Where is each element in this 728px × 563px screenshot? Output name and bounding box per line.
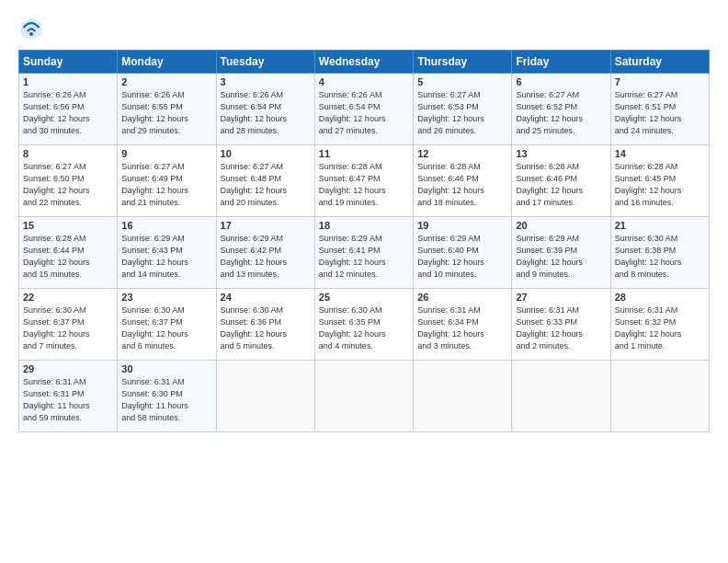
day-info: Sunrise: 6:29 AM Sunset: 6:42 PM Dayligh…	[221, 233, 311, 281]
header	[18, 15, 710, 40]
day-number: 14	[615, 148, 705, 159]
calendar-cell	[610, 361, 709, 432]
day-info: Sunrise: 6:27 AM Sunset: 6:53 PM Dayligh…	[417, 89, 507, 137]
day-info: Sunrise: 6:30 AM Sunset: 6:37 PM Dayligh…	[23, 304, 113, 352]
calendar-cell: 12Sunrise: 6:28 AM Sunset: 6:46 PM Dayli…	[414, 145, 512, 217]
calendar-cell: 11Sunrise: 6:28 AM Sunset: 6:47 PM Dayli…	[314, 145, 413, 217]
calendar-cell: 8Sunrise: 6:27 AM Sunset: 6:50 PM Daylig…	[19, 145, 118, 217]
weekday-header: Saturday	[610, 51, 709, 74]
calendar-cell: 17Sunrise: 6:29 AM Sunset: 6:42 PM Dayli…	[216, 217, 314, 289]
calendar-cell: 10Sunrise: 6:27 AM Sunset: 6:48 PM Dayli…	[216, 145, 314, 217]
day-number: 12	[417, 148, 507, 159]
day-number: 19	[417, 220, 507, 231]
day-number: 4	[319, 76, 409, 87]
calendar-cell: 21Sunrise: 6:30 AM Sunset: 6:38 PM Dayli…	[610, 217, 709, 289]
day-info: Sunrise: 6:27 AM Sunset: 6:52 PM Dayligh…	[516, 89, 606, 137]
day-number: 3	[221, 76, 311, 87]
calendar-cell: 26Sunrise: 6:31 AM Sunset: 6:34 PM Dayli…	[414, 289, 512, 361]
day-info: Sunrise: 6:26 AM Sunset: 6:54 PM Dayligh…	[221, 89, 311, 137]
day-number: 7	[615, 76, 705, 87]
logo	[18, 15, 48, 40]
day-info: Sunrise: 6:29 AM Sunset: 6:40 PM Dayligh…	[417, 233, 507, 281]
day-number: 15	[23, 220, 113, 231]
day-number: 20	[516, 220, 606, 231]
weekday-header: Wednesday	[314, 51, 413, 74]
day-info: Sunrise: 6:31 AM Sunset: 6:32 PM Dayligh…	[615, 304, 705, 352]
day-info: Sunrise: 6:30 AM Sunset: 6:38 PM Dayligh…	[615, 233, 705, 281]
calendar-week-row: 29Sunrise: 6:31 AM Sunset: 6:31 PM Dayli…	[19, 361, 710, 432]
day-info: Sunrise: 6:28 AM Sunset: 6:45 PM Dayligh…	[615, 161, 705, 209]
calendar-cell: 27Sunrise: 6:31 AM Sunset: 6:33 PM Dayli…	[512, 289, 610, 361]
day-info: Sunrise: 6:29 AM Sunset: 6:41 PM Dayligh…	[319, 233, 409, 281]
day-number: 9	[121, 148, 211, 159]
day-number: 13	[516, 148, 606, 159]
calendar-cell	[314, 361, 413, 432]
day-number: 29	[23, 363, 113, 374]
day-number: 16	[121, 220, 211, 231]
calendar-cell	[216, 361, 314, 432]
calendar-cell: 3Sunrise: 6:26 AM Sunset: 6:54 PM Daylig…	[216, 74, 314, 145]
calendar-cell: 4Sunrise: 6:26 AM Sunset: 6:54 PM Daylig…	[314, 74, 413, 145]
day-number: 8	[23, 148, 113, 159]
weekday-header: Thursday	[414, 51, 512, 74]
calendar-cell: 20Sunrise: 6:29 AM Sunset: 6:39 PM Dayli…	[512, 217, 610, 289]
day-info: Sunrise: 6:27 AM Sunset: 6:50 PM Dayligh…	[23, 161, 113, 209]
calendar-cell: 2Sunrise: 6:26 AM Sunset: 6:55 PM Daylig…	[118, 74, 216, 145]
calendar-cell: 7Sunrise: 6:27 AM Sunset: 6:51 PM Daylig…	[610, 74, 709, 145]
calendar-cell: 18Sunrise: 6:29 AM Sunset: 6:41 PM Dayli…	[314, 217, 413, 289]
day-number: 26	[417, 292, 507, 303]
day-number: 30	[121, 363, 211, 374]
day-info: Sunrise: 6:26 AM Sunset: 6:55 PM Dayligh…	[121, 89, 211, 137]
day-number: 25	[319, 292, 409, 303]
day-number: 5	[417, 76, 507, 87]
day-number: 10	[221, 148, 311, 159]
calendar-cell	[414, 361, 512, 432]
day-info: Sunrise: 6:26 AM Sunset: 6:56 PM Dayligh…	[23, 89, 113, 137]
calendar-cell: 19Sunrise: 6:29 AM Sunset: 6:40 PM Dayli…	[414, 217, 512, 289]
calendar-week-row: 15Sunrise: 6:28 AM Sunset: 6:44 PM Dayli…	[19, 217, 710, 289]
calendar-cell	[512, 361, 610, 432]
calendar-cell: 16Sunrise: 6:29 AM Sunset: 6:43 PM Dayli…	[118, 217, 216, 289]
day-info: Sunrise: 6:30 AM Sunset: 6:37 PM Dayligh…	[121, 304, 211, 352]
weekday-header: Tuesday	[216, 51, 314, 74]
calendar-cell: 22Sunrise: 6:30 AM Sunset: 6:37 PM Dayli…	[19, 289, 118, 361]
weekday-header: Sunday	[19, 51, 118, 74]
calendar-table: SundayMondayTuesdayWednesdayThursdayFrid…	[18, 50, 710, 432]
header-row: SundayMondayTuesdayWednesdayThursdayFrid…	[19, 51, 710, 74]
calendar-cell: 23Sunrise: 6:30 AM Sunset: 6:37 PM Dayli…	[118, 289, 216, 361]
day-info: Sunrise: 6:26 AM Sunset: 6:54 PM Dayligh…	[319, 89, 409, 137]
day-info: Sunrise: 6:28 AM Sunset: 6:47 PM Dayligh…	[319, 161, 409, 209]
calendar-cell: 9Sunrise: 6:27 AM Sunset: 6:49 PM Daylig…	[118, 145, 216, 217]
day-info: Sunrise: 6:28 AM Sunset: 6:46 PM Dayligh…	[516, 161, 606, 209]
calendar-cell: 29Sunrise: 6:31 AM Sunset: 6:31 PM Dayli…	[19, 361, 118, 432]
calendar-body: 1Sunrise: 6:26 AM Sunset: 6:56 PM Daylig…	[19, 74, 710, 432]
weekday-header: Friday	[512, 51, 610, 74]
calendar-week-row: 22Sunrise: 6:30 AM Sunset: 6:37 PM Dayli…	[19, 289, 710, 361]
day-info: Sunrise: 6:27 AM Sunset: 6:49 PM Dayligh…	[121, 161, 211, 209]
calendar-week-row: 1Sunrise: 6:26 AM Sunset: 6:56 PM Daylig…	[19, 74, 710, 145]
svg-point-1	[29, 32, 33, 36]
calendar-week-row: 8Sunrise: 6:27 AM Sunset: 6:50 PM Daylig…	[19, 145, 710, 217]
calendar-cell: 24Sunrise: 6:30 AM Sunset: 6:36 PM Dayli…	[216, 289, 314, 361]
day-number: 28	[615, 292, 705, 303]
calendar-header: SundayMondayTuesdayWednesdayThursdayFrid…	[19, 51, 710, 74]
day-info: Sunrise: 6:28 AM Sunset: 6:44 PM Dayligh…	[23, 233, 113, 281]
day-number: 1	[23, 76, 113, 87]
day-number: 21	[615, 220, 705, 231]
day-number: 11	[319, 148, 409, 159]
day-number: 24	[221, 292, 311, 303]
day-number: 6	[516, 76, 606, 87]
day-number: 22	[23, 292, 113, 303]
day-info: Sunrise: 6:31 AM Sunset: 6:30 PM Dayligh…	[121, 376, 211, 424]
day-info: Sunrise: 6:31 AM Sunset: 6:34 PM Dayligh…	[417, 304, 507, 352]
day-info: Sunrise: 6:30 AM Sunset: 6:35 PM Dayligh…	[319, 304, 409, 352]
day-info: Sunrise: 6:29 AM Sunset: 6:43 PM Dayligh…	[121, 233, 211, 281]
weekday-header: Monday	[118, 51, 216, 74]
day-info: Sunrise: 6:30 AM Sunset: 6:36 PM Dayligh…	[221, 304, 311, 352]
calendar-cell: 1Sunrise: 6:26 AM Sunset: 6:56 PM Daylig…	[19, 74, 118, 145]
day-info: Sunrise: 6:29 AM Sunset: 6:39 PM Dayligh…	[516, 233, 606, 281]
day-number: 2	[121, 76, 211, 87]
day-info: Sunrise: 6:31 AM Sunset: 6:33 PM Dayligh…	[516, 304, 606, 352]
day-number: 23	[121, 292, 211, 303]
day-number: 17	[221, 220, 311, 231]
